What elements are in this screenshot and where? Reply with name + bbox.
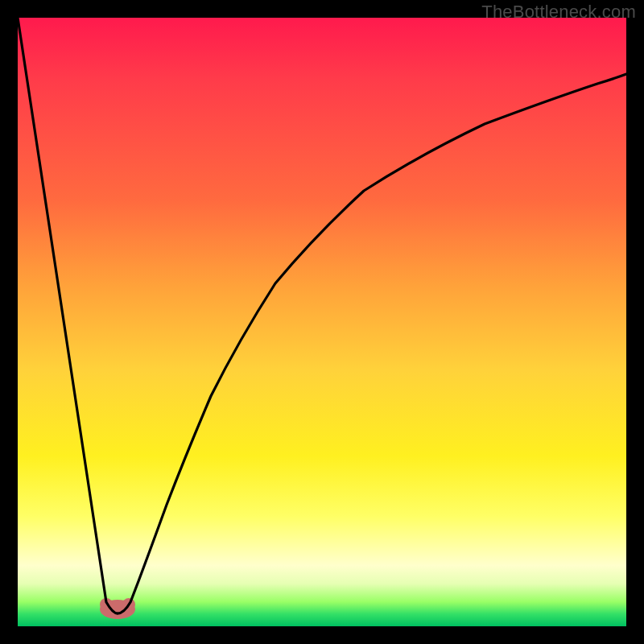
chart-svg bbox=[18, 18, 626, 626]
chart-frame: TheBottleneck.com bbox=[0, 0, 644, 644]
plot-area bbox=[18, 18, 626, 626]
curve-left-branch bbox=[18, 18, 118, 613]
curve-right-branch bbox=[118, 74, 626, 613]
